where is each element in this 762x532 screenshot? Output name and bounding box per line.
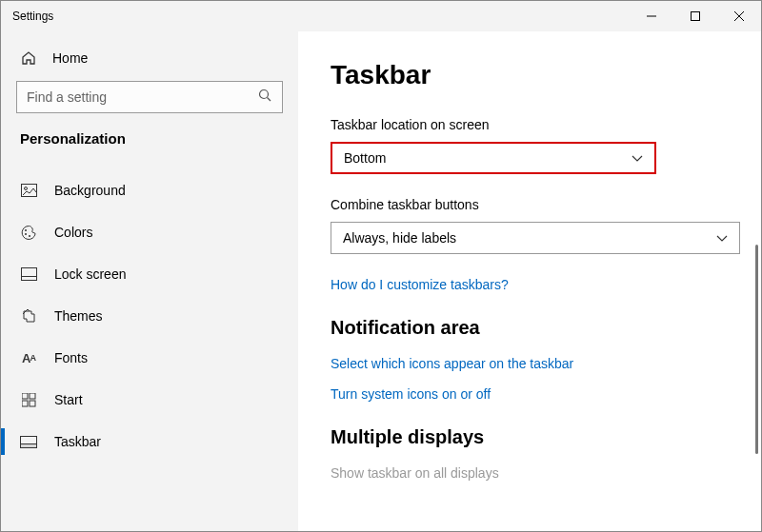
nav-lockscreen[interactable]: Lock screen bbox=[1, 253, 298, 295]
search-icon bbox=[258, 89, 272, 106]
svg-rect-15 bbox=[22, 401, 28, 406]
svg-point-9 bbox=[25, 233, 27, 235]
show-all-displays-label: Show taskbar on all displays bbox=[331, 465, 761, 481]
maximize-icon bbox=[691, 11, 700, 21]
section-header: Personalization bbox=[1, 127, 298, 169]
nav-colors[interactable]: Colors bbox=[1, 211, 298, 253]
svg-point-7 bbox=[24, 187, 27, 190]
nav-label: Colors bbox=[54, 225, 92, 240]
search-input[interactable] bbox=[27, 89, 258, 105]
svg-rect-14 bbox=[30, 393, 35, 399]
chevron-down-icon bbox=[632, 150, 643, 166]
svg-rect-18 bbox=[21, 443, 37, 447]
search-box[interactable] bbox=[16, 81, 283, 113]
maximize-button[interactable] bbox=[673, 1, 717, 31]
titlebar: Settings bbox=[1, 1, 761, 31]
svg-rect-13 bbox=[22, 393, 28, 399]
link-customize[interactable]: How do I customize taskbars? bbox=[331, 277, 761, 292]
sidebar: Home Personalization Background Colors bbox=[1, 31, 298, 531]
svg-line-5 bbox=[268, 98, 271, 102]
window-title: Settings bbox=[12, 10, 53, 23]
combine-dropdown[interactable]: Always, hide labels bbox=[331, 222, 740, 254]
minimize-button[interactable] bbox=[630, 1, 673, 31]
location-value: Bottom bbox=[344, 150, 386, 166]
home-icon bbox=[20, 50, 37, 66]
svg-rect-11 bbox=[21, 268, 36, 281]
nav-background[interactable]: Background bbox=[1, 169, 298, 211]
nav-label: Themes bbox=[54, 308, 103, 324]
start-icon bbox=[20, 393, 37, 407]
svg-rect-16 bbox=[30, 401, 35, 406]
nav-label: Lock screen bbox=[54, 266, 126, 282]
combine-value: Always, hide labels bbox=[343, 230, 456, 246]
close-button[interactable] bbox=[717, 1, 761, 31]
scrollbar[interactable] bbox=[755, 245, 758, 454]
svg-rect-1 bbox=[692, 12, 700, 21]
nav-label: Fonts bbox=[54, 350, 88, 365]
nav-label: Start bbox=[54, 392, 83, 407]
fonts-icon: AA bbox=[20, 351, 37, 365]
link-system-icons[interactable]: Turn system icons on or off bbox=[331, 386, 761, 402]
home-nav[interactable]: Home bbox=[1, 41, 298, 75]
location-dropdown[interactable]: Bottom bbox=[331, 142, 656, 174]
notification-heading: Notification area bbox=[331, 317, 761, 339]
svg-rect-12 bbox=[21, 277, 36, 281]
combine-label: Combine taskbar buttons bbox=[331, 197, 761, 212]
multiple-displays-heading: Multiple displays bbox=[331, 426, 761, 448]
nav-themes[interactable]: Themes bbox=[1, 295, 298, 337]
nav-list: Background Colors Lock screen Themes AA … bbox=[1, 169, 298, 463]
chevron-down-icon bbox=[716, 230, 728, 246]
link-select-icons[interactable]: Select which icons appear on the taskbar bbox=[331, 356, 761, 371]
nav-label: Background bbox=[54, 183, 126, 198]
svg-point-8 bbox=[25, 229, 27, 231]
taskbar-icon bbox=[20, 436, 37, 448]
home-label: Home bbox=[52, 50, 88, 66]
minimize-icon bbox=[647, 11, 656, 21]
picture-icon bbox=[20, 184, 37, 197]
page-title: Taskbar bbox=[331, 60, 761, 90]
nav-start[interactable]: Start bbox=[1, 379, 298, 421]
close-icon bbox=[734, 11, 744, 21]
main-content: Taskbar Taskbar location on screen Botto… bbox=[298, 31, 761, 531]
palette-icon bbox=[20, 225, 37, 241]
location-label: Taskbar location on screen bbox=[331, 117, 761, 132]
window-controls bbox=[630, 1, 761, 31]
lockscreen-icon bbox=[20, 267, 37, 281]
nav-fonts[interactable]: AA Fonts bbox=[1, 337, 298, 379]
nav-label: Taskbar bbox=[54, 434, 101, 449]
svg-point-10 bbox=[29, 235, 30, 237]
svg-point-4 bbox=[260, 90, 269, 99]
themes-icon bbox=[20, 308, 37, 325]
nav-taskbar[interactable]: Taskbar bbox=[1, 421, 298, 463]
